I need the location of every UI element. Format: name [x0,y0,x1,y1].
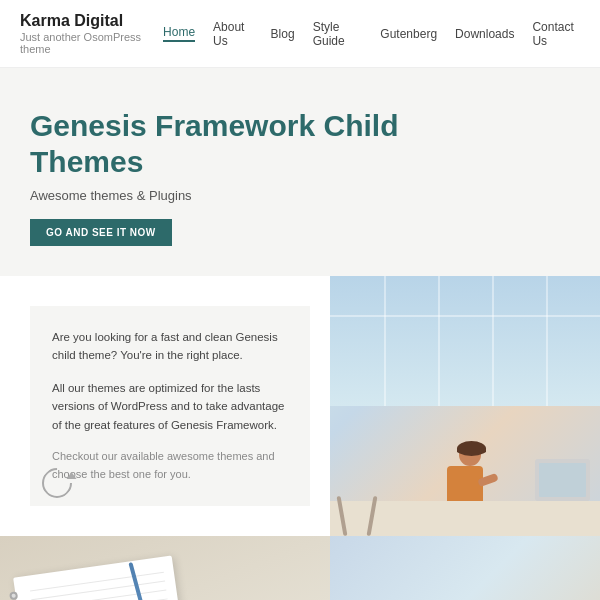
brand-tagline: Just another OsomPress theme [20,31,163,55]
nav-gutenberg[interactable]: Gutenberg [380,27,437,41]
nav-blog[interactable]: Blog [271,27,295,41]
content-paragraph-2: All our themes are optimized for the las… [52,379,288,434]
nav-contact[interactable]: Contact Us [532,20,580,48]
content-panel: Are you looking for a fast and clean Gen… [0,276,330,536]
nav-downloads[interactable]: Downloads [455,27,514,41]
person-arm [477,473,499,487]
notebook-lines [30,572,176,600]
hero-section: Genesis Framework Child Themes Awesome t… [0,68,600,276]
content-paragraph-1: Are you looking for a fast and clean Gen… [52,328,288,365]
desk-scene [330,276,600,536]
brand-name: Karma Digital [20,12,163,30]
content-paragraph-3: Checkout our available awesome themes an… [52,448,288,483]
monitor-screen [539,463,586,497]
person-hair [457,441,486,456]
notebook-line [30,572,164,592]
image-bottom-area: Any question? [330,536,600,600]
notebook-line [31,581,165,600]
hero-title: Genesis Framework Child Themes [30,108,430,180]
brand: Karma Digital Just another OsomPress the… [20,12,163,55]
nav-style-guide[interactable]: Style Guide [313,20,363,48]
notebook [13,555,187,600]
image-panel [330,276,600,536]
monitor [535,459,590,501]
hero-cta-button[interactable]: GO AND SEE IT NOW [30,219,172,246]
nav-about[interactable]: About Us [213,20,253,48]
hero-image [330,276,600,536]
hero-subtitle: Awesome themes & Plugins [30,188,570,203]
person-head [459,444,481,466]
nav-home[interactable]: Home [163,25,195,42]
site-header: Karma Digital Just another OsomPress the… [0,0,600,68]
main-nav: Home About Us Blog Style Guide Gutenberg… [163,20,580,48]
notebook-spiral [7,587,31,600]
main-content: Are you looking for a fast and clean Gen… [0,276,600,536]
notebook-area [0,536,330,600]
bottom-section: Any question? [0,536,600,600]
spiral-dot [9,591,18,600]
notebook-line [33,589,167,600]
image-bottom-bg: Any question? [330,536,600,600]
